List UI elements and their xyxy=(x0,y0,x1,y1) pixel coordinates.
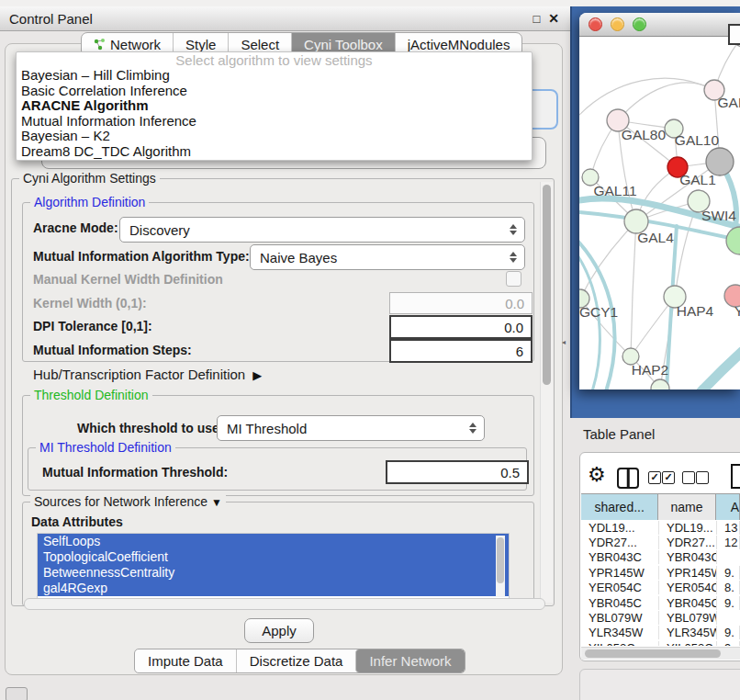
control-panel-titlebar: Control Panel □ ✕ xyxy=(0,6,570,31)
network-node-label: GAL xyxy=(717,95,740,110)
mi-steps-field[interactable]: 6 xyxy=(389,339,533,363)
network-edge-highlighted xyxy=(701,352,740,390)
table-horizontal-scrollbar[interactable] xyxy=(581,647,740,660)
table-cell: YIL052C xyxy=(659,641,717,646)
close-traffic-light-icon[interactable] xyxy=(589,17,602,31)
table-row[interactable]: YBL079WYBL079W xyxy=(581,610,740,625)
aracne-mode-label: Aracne Mode: xyxy=(33,220,118,235)
aracne-mode-value: Discovery xyxy=(129,222,506,238)
settings-horizontal-scrollbar[interactable] xyxy=(24,598,545,610)
attribute-item-betweennesscentrality[interactable]: BetweennessCentrality xyxy=(38,565,509,581)
splitter-grip-icon[interactable]: ◂ xyxy=(562,338,566,346)
cyni-settings-group-title: Cyni Algorithm Settings xyxy=(19,171,160,186)
table-cell: YLR345W xyxy=(581,626,659,639)
gear-icon[interactable]: ⚙ xyxy=(588,463,606,487)
table-cell: YDL19... xyxy=(659,521,717,535)
apply-button[interactable]: Apply xyxy=(244,618,314,643)
select-all-checkbox-icon[interactable]: ✓ xyxy=(662,471,675,484)
expand-down-icon: ▼ xyxy=(211,496,222,509)
kernel-width-field[interactable]: 0.0 xyxy=(389,292,533,314)
attributes-scrollbar[interactable] xyxy=(496,536,505,597)
network-edge-highlighted xyxy=(579,255,600,390)
scrollbar-thumb[interactable] xyxy=(497,537,504,583)
minimize-traffic-light-icon[interactable] xyxy=(611,17,624,31)
table-row[interactable]: YBR045CYBR045C9. xyxy=(581,595,740,610)
sources-group-title[interactable]: Sources for Network Inference▼ xyxy=(30,494,226,509)
table-row[interactable]: YIL052CYIL052C9. xyxy=(581,640,740,646)
bottom-tab-discretize-data[interactable]: Discretize Data xyxy=(236,649,356,672)
network-node-label: GCY1 xyxy=(579,304,618,320)
stepper-icon xyxy=(506,245,521,269)
zoom-traffic-light-icon[interactable] xyxy=(633,17,646,31)
algorithm-option-dream8-dc-tdc-algorithm[interactable]: Dream8 DC_TDC Algorithm xyxy=(17,144,532,160)
table-cell: YBL079W xyxy=(581,611,659,625)
algorithm-option-basic-correlation-inference[interactable]: Basic Correlation Inference xyxy=(17,84,532,99)
hub-definition-expander[interactable]: Hub/Transcription Factor Definition▶ xyxy=(33,367,262,382)
algorithm-option-bayesian-hill-climbing[interactable]: Bayesian – Hill Climbing xyxy=(17,68,532,84)
expand-right-icon: ▶ xyxy=(252,368,262,382)
table-row[interactable]: YPR145WYPR145W9. xyxy=(581,565,740,580)
which-threshold-label: Which threshold to use: xyxy=(77,421,223,435)
column-header-a[interactable]: A xyxy=(716,494,740,520)
network-window: GALGAL80GAL10GAL1GAL11SWI4GAL4GCY1HAP4YH… xyxy=(579,13,740,390)
dpi-tolerance-field[interactable]: 0.0 xyxy=(389,315,533,339)
new-table-icon[interactable] xyxy=(731,464,740,489)
scrollbar-thumb[interactable] xyxy=(543,185,551,385)
table-row[interactable]: YER054CYER054C8. xyxy=(581,581,740,595)
stepper-icon xyxy=(506,218,521,242)
threshold-definition-title: Threshold Definition xyxy=(30,388,152,402)
mi-algorithm-type-label: Mutual Information Algorithm Type: xyxy=(33,249,250,264)
network-edge xyxy=(618,83,714,120)
attribute-item-gal4rgexp[interactable]: gal4RGexp xyxy=(38,581,509,596)
mi-threshold-field[interactable]: 0.5 xyxy=(386,460,529,484)
algorithm-definition-title: Algorithm Definition xyxy=(30,195,149,209)
table-cell: 13 xyxy=(717,521,740,535)
screen: Control Panel □ ✕ NetworkStyleSelectCyni… xyxy=(0,0,740,700)
table-cell: YDL19... xyxy=(581,521,659,535)
attribute-item-selfloops[interactable]: SelfLoops xyxy=(38,534,509,549)
algorithm-option-bayesian-k2[interactable]: Bayesian – K2 xyxy=(17,129,532,144)
column-header-name[interactable]: name xyxy=(658,494,715,520)
show-columns-icon[interactable] xyxy=(617,468,639,489)
control-panel-title: Control Panel xyxy=(9,11,93,27)
select-all-checkbox-icon[interactable]: ✓ xyxy=(648,471,661,484)
table-row[interactable]: YDR27...YDR27...12 xyxy=(581,535,740,549)
settings-vertical-scrollbar[interactable] xyxy=(540,182,553,603)
network-edge xyxy=(631,221,636,356)
scrollbar-thumb[interactable] xyxy=(585,649,721,658)
network-window-titlebar[interactable] xyxy=(579,13,740,37)
mi-threshold-label: Mutual Information Threshold: xyxy=(42,465,228,480)
data-attributes-label: Data Attributes xyxy=(31,514,123,529)
tab-label: Cyni Toolbox xyxy=(304,37,383,52)
close-icon[interactable]: ✕ xyxy=(548,11,559,26)
float-window-icon[interactable]: □ xyxy=(533,12,540,26)
bottom-tab-impute-data[interactable]: Impute Data xyxy=(135,649,236,672)
algorithm-dropdown-placeholder: Select algorithm to view settings xyxy=(17,52,532,68)
table-cell: YBL079W xyxy=(659,611,717,625)
tab-label: Style xyxy=(185,37,216,52)
dpi-tolerance-label: DPI Tolerance [0,1]: xyxy=(33,319,152,333)
mi-algorithm-type-combo[interactable]: Naive Bayes xyxy=(250,244,525,270)
table-cell: YBR045C xyxy=(581,596,659,610)
table-panel-title: Table Panel xyxy=(583,426,655,442)
algorithm-option-aracne-algorithm[interactable]: ARACNE Algorithm xyxy=(17,98,532,114)
network-edge xyxy=(580,221,636,299)
deselect-all-checkbox-icon[interactable] xyxy=(682,471,695,484)
column-header-shared[interactable]: shared... xyxy=(581,494,658,520)
which-threshold-combo[interactable]: MI Threshold xyxy=(217,415,485,441)
table-cell: YPR145W xyxy=(659,566,717,580)
aracne-mode-combo[interactable]: Discovery xyxy=(119,217,525,243)
bottom-tab-infer-network[interactable]: Infer Network xyxy=(355,649,464,672)
table-cell: YDR27... xyxy=(659,536,717,549)
deselect-all-checkbox-icon[interactable] xyxy=(696,471,709,484)
algorithm-option-mutual-information-inference[interactable]: Mutual Information Inference xyxy=(17,114,532,130)
attribute-item-topologicalcoefficient[interactable]: TopologicalCoefficient xyxy=(38,549,509,565)
network-node-green-right[interactable] xyxy=(726,227,740,254)
network-canvas[interactable]: GALGAL80GAL10GAL1GAL11SWI4GAL4GCY1HAP4YH… xyxy=(579,37,740,390)
table-row[interactable]: YDL19...YDL19...13 xyxy=(581,520,740,535)
table-cell: 9. xyxy=(717,566,740,580)
manual-kernel-width-checkbox[interactable] xyxy=(506,271,521,287)
bottom-left-mini-button[interactable] xyxy=(6,687,28,700)
table-row[interactable]: YLR345WYLR345W9. xyxy=(581,626,740,640)
table-row[interactable]: YBR043CYBR043C xyxy=(581,550,740,565)
